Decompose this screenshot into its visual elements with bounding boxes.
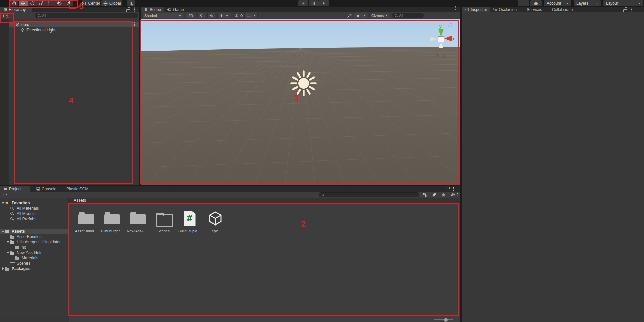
rotate-tool-button[interactable] — [28, 0, 37, 6]
scene-tools-button[interactable] — [345, 13, 354, 18]
projection-label[interactable]: <Persp — [431, 53, 447, 58]
2d-toggle-button[interactable]: 2D — [186, 13, 195, 18]
project-tree-row[interactable]: Scenes — [0, 261, 68, 266]
effects-dropdown[interactable] — [217, 13, 230, 18]
expander-arrow-icon[interactable] — [6, 250, 10, 255]
project-tree-row[interactable]: Materials — [0, 255, 68, 261]
project-tree-row[interactable]: Hilbuburger's Hilapidater — [0, 239, 68, 245]
expander-arrow-icon[interactable] — [6, 216, 10, 222]
project-tree-row[interactable]: Assets — [0, 229, 68, 234]
lighting-toggle-button[interactable] — [197, 13, 205, 18]
project-search-input[interactable] — [326, 193, 417, 197]
tab-scene[interactable]: Scene — [141, 7, 164, 12]
scene-search[interactable] — [392, 13, 424, 18]
step-button[interactable] — [319, 0, 329, 6]
tree-item-label: All Prefabs — [17, 217, 36, 221]
scene-header-row[interactable]: epic — [9, 22, 139, 27]
expander-arrow-icon[interactable] — [6, 234, 10, 239]
kebab-menu-icon[interactable] — [134, 24, 135, 25]
gizmo-cube[interactable] — [438, 37, 444, 42]
kebab-menu-icon[interactable] — [631, 9, 632, 10]
project-tree-row[interactable]: All Prefabs — [0, 216, 68, 222]
expander-arrow-icon[interactable] — [11, 255, 15, 261]
rect-tool-button[interactable] — [46, 0, 55, 6]
audio-toggle-button[interactable] — [207, 13, 215, 18]
expander-arrow-icon[interactable] — [1, 229, 5, 234]
tab-label: Inspector — [471, 7, 487, 12]
expander-arrow-icon[interactable] — [6, 206, 10, 211]
favorites-star-icon[interactable] — [441, 192, 446, 197]
draw-mode-dropdown[interactable]: Shaded — [142, 13, 183, 18]
transform-tool-button[interactable] — [55, 0, 64, 6]
expander-arrow-icon[interactable] — [6, 261, 10, 266]
create-asset-button[interactable]: + — [2, 192, 8, 197]
tab-inspector[interactable]: Inspector — [462, 7, 490, 12]
tab-occlusion[interactable]: Occlusion — [490, 7, 520, 12]
lock-icon[interactable] — [126, 7, 130, 12]
expander-arrow-icon[interactable] — [6, 239, 10, 245]
create-object-button[interactable]: + — [2, 13, 8, 18]
grid-visibility-dropdown[interactable] — [244, 13, 258, 18]
slider-thumb[interactable] — [444, 318, 448, 322]
move-tool-button[interactable] — [19, 0, 28, 6]
project-tree-row[interactable]: Favorites — [0, 200, 68, 206]
lock-icon[interactable] — [445, 187, 449, 191]
grid-snapping-button[interactable] — [127, 0, 135, 6]
cloud-services-button[interactable] — [530, 0, 542, 6]
scale-tool-button[interactable] — [37, 0, 46, 6]
scene-search-input[interactable] — [399, 14, 421, 18]
kebab-menu-icon[interactable] — [453, 188, 454, 189]
scene-viewport[interactable]: y x <Persp — [141, 19, 460, 185]
pivot-toggle-button[interactable]: Center — [82, 0, 100, 6]
assets-grid: AssetBundl... Hilbuburger... — [73, 210, 228, 233]
project-tree-row[interactable] — [0, 222, 68, 229]
project-tree-row[interactable]: All Materials — [0, 206, 68, 211]
expander-arrow-icon[interactable] — [1, 266, 5, 271]
project-tree-row[interactable]: All Models — [0, 211, 68, 216]
play-button[interactable] — [298, 0, 308, 6]
tab-game[interactable]: Game — [164, 7, 187, 12]
icon-size-slider[interactable] — [434, 319, 453, 320]
hidden-packages-toggle[interactable]: 2 — [450, 192, 459, 197]
asset-item[interactable]: AssetBundl... — [73, 210, 99, 233]
hierarchy-search-input[interactable] — [42, 14, 136, 18]
hierarchy-search[interactable] — [35, 13, 138, 18]
search-by-label-icon[interactable] — [432, 192, 437, 197]
kebab-menu-icon[interactable] — [455, 7, 456, 8]
project-tree-row[interactable]: New Ass-Gets — [0, 250, 68, 255]
expander-arrow-icon[interactable] — [1, 222, 5, 228]
expander-arrow-icon[interactable] — [11, 245, 15, 250]
project-tree-row[interactable]: Packages — [0, 266, 68, 271]
layout-dropdown[interactable]: Layout — [603, 0, 643, 6]
tab-services[interactable]: Services — [524, 7, 545, 12]
empty-toolbar-button[interactable] — [518, 0, 529, 6]
asset-item[interactable]: New Ass-G... — [125, 210, 151, 233]
search-by-type-icon[interactable] — [422, 192, 427, 197]
asset-item[interactable]: epic — [202, 210, 228, 233]
expander-arrow-icon[interactable] — [6, 211, 10, 216]
orientation-toggle-button[interactable]: Global — [101, 0, 122, 6]
camera-settings-dropdown[interactable] — [354, 13, 367, 18]
custom-tool-button[interactable] — [64, 0, 73, 6]
project-search[interactable] — [319, 192, 419, 197]
project-tree-row[interactable]: no — [0, 245, 68, 250]
hidden-objects-toggle[interactable]: 0 — [232, 13, 245, 18]
tab-plastic-scm[interactable]: Plastic SCM — [63, 186, 91, 192]
asset-item[interactable]: BuildStupid... — [176, 210, 202, 233]
tab-project[interactable]: Project — [0, 186, 30, 192]
project-tree-row[interactable]: AssetBundles — [0, 234, 68, 239]
layers-dropdown[interactable]: Layers — [574, 0, 601, 6]
asset-item[interactable]: Scenes — [151, 210, 176, 233]
pause-button[interactable] — [309, 0, 319, 6]
hierarchy-item[interactable]: Directional Light — [9, 27, 139, 33]
tab-collaborate[interactable]: Collaborate — [549, 7, 576, 12]
account-dropdown[interactable]: Account — [544, 0, 571, 6]
gizmos-dropdown[interactable]: Gizmos — [369, 13, 389, 18]
asset-item[interactable]: Hilbuburger... — [99, 210, 125, 233]
tab-console[interactable]: Console — [33, 186, 59, 192]
tab-hierarchy[interactable]: Hierarchy — [0, 7, 32, 12]
expander-arrow-icon[interactable] — [1, 200, 5, 206]
kebab-menu-icon[interactable] — [134, 9, 135, 10]
lock-icon[interactable] — [623, 7, 627, 12]
hand-tool-button[interactable] — [10, 0, 18, 6]
